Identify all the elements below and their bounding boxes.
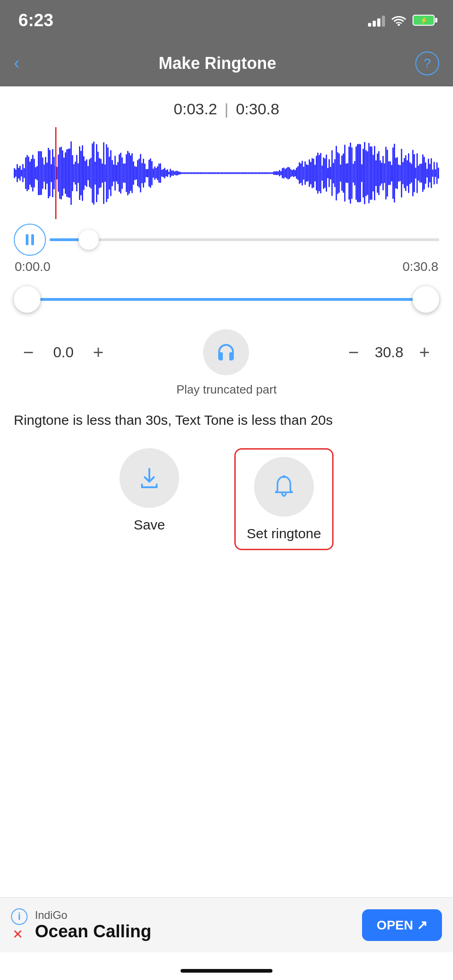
svg-rect-220 bbox=[324, 158, 326, 188]
bell-icon bbox=[270, 473, 298, 501]
svg-rect-101 bbox=[156, 168, 157, 179]
svg-rect-162 bbox=[242, 172, 243, 174]
svg-rect-117 bbox=[178, 172, 180, 175]
svg-rect-271 bbox=[396, 157, 398, 189]
svg-rect-32 bbox=[58, 155, 59, 192]
svg-rect-105 bbox=[161, 169, 163, 176]
help-button[interactable]: ? bbox=[415, 51, 439, 75]
set-ringtone-button[interactable]: Set ringtone bbox=[234, 448, 334, 550]
status-time: 6:23 bbox=[18, 11, 53, 30]
svg-rect-242 bbox=[356, 146, 357, 200]
svg-rect-251 bbox=[368, 143, 370, 203]
svg-rect-239 bbox=[351, 147, 353, 199]
svg-rect-23 bbox=[45, 157, 46, 189]
ad-open-button[interactable]: OPEN ↗ bbox=[362, 909, 442, 941]
svg-rect-6 bbox=[21, 170, 22, 177]
svg-rect-68 bbox=[109, 157, 110, 190]
save-icon bbox=[136, 464, 163, 492]
play-truncated-button[interactable] bbox=[203, 329, 249, 375]
svg-rect-244 bbox=[358, 144, 360, 203]
svg-rect-209 bbox=[309, 159, 310, 187]
svg-rect-38 bbox=[66, 149, 68, 197]
range-thumb-right[interactable] bbox=[413, 286, 439, 313]
svg-rect-67 bbox=[108, 147, 109, 199]
svg-rect-166 bbox=[248, 172, 249, 174]
svg-rect-247 bbox=[362, 149, 364, 198]
svg-rect-151 bbox=[226, 172, 228, 174]
left-minus-button[interactable]: − bbox=[18, 343, 39, 361]
svg-rect-115 bbox=[176, 171, 177, 176]
svg-rect-82 bbox=[129, 152, 130, 193]
svg-rect-83 bbox=[130, 155, 131, 191]
right-minus-button[interactable]: − bbox=[344, 343, 364, 361]
svg-rect-199 bbox=[294, 170, 296, 176]
svg-rect-5 bbox=[19, 166, 21, 181]
range-slider[interactable] bbox=[14, 283, 439, 315]
svg-rect-215 bbox=[317, 152, 319, 193]
range-thumb-left[interactable] bbox=[14, 286, 40, 313]
svg-rect-174 bbox=[259, 172, 260, 174]
current-time: 0:03.2 bbox=[174, 100, 217, 118]
pause-button[interactable] bbox=[14, 224, 46, 256]
svg-rect-13 bbox=[31, 159, 32, 187]
svg-rect-59 bbox=[96, 144, 97, 203]
svg-rect-204 bbox=[302, 161, 303, 186]
svg-rect-126 bbox=[191, 172, 193, 174]
time-labels: 0:00.0 0:30.8 bbox=[14, 259, 439, 274]
svg-rect-211 bbox=[311, 158, 313, 188]
svg-rect-224 bbox=[330, 167, 331, 180]
svg-rect-257 bbox=[377, 153, 378, 192]
svg-rect-88 bbox=[137, 160, 139, 186]
svg-rect-77 bbox=[122, 158, 123, 189]
home-indicator bbox=[181, 969, 272, 973]
ad-close-button[interactable]: ✕ bbox=[12, 927, 23, 942]
svg-rect-128 bbox=[194, 172, 195, 174]
svg-rect-168 bbox=[251, 172, 252, 174]
info-text: Ringtone is less than 30s, Text Tone is … bbox=[14, 411, 439, 430]
svg-rect-185 bbox=[275, 171, 276, 175]
right-plus-button[interactable]: + bbox=[414, 343, 435, 361]
svg-rect-100 bbox=[154, 167, 156, 180]
svg-rect-200 bbox=[296, 168, 297, 179]
svg-rect-140 bbox=[211, 172, 212, 174]
svg-rect-146 bbox=[220, 172, 221, 174]
svg-rect-109 bbox=[167, 169, 168, 177]
svg-rect-270 bbox=[395, 158, 396, 189]
svg-rect-145 bbox=[218, 172, 220, 174]
svg-rect-134 bbox=[203, 172, 204, 174]
svg-rect-118 bbox=[180, 172, 181, 175]
save-button[interactable]: Save bbox=[119, 448, 179, 550]
svg-rect-139 bbox=[210, 172, 211, 174]
svg-rect-135 bbox=[204, 172, 205, 174]
svg-rect-86 bbox=[134, 166, 136, 180]
left-plus-button[interactable]: + bbox=[88, 343, 108, 361]
progress-track[interactable] bbox=[50, 238, 439, 241]
svg-rect-92 bbox=[143, 159, 144, 188]
svg-rect-208 bbox=[307, 165, 309, 181]
progress-thumb[interactable] bbox=[79, 230, 99, 250]
svg-rect-19 bbox=[40, 151, 41, 195]
wifi-icon bbox=[391, 15, 406, 26]
svg-rect-60 bbox=[97, 152, 99, 195]
svg-rect-165 bbox=[246, 172, 248, 174]
svg-rect-226 bbox=[333, 163, 334, 184]
svg-rect-42 bbox=[72, 155, 74, 191]
svg-rect-53 bbox=[88, 166, 89, 180]
svg-rect-201 bbox=[297, 166, 299, 180]
svg-rect-108 bbox=[165, 170, 167, 176]
svg-rect-4 bbox=[18, 168, 19, 179]
svg-rect-229 bbox=[337, 152, 339, 194]
svg-rect-76 bbox=[120, 152, 122, 193]
svg-rect-96 bbox=[148, 160, 150, 187]
svg-rect-156 bbox=[233, 172, 235, 174]
waveform-container[interactable] bbox=[14, 127, 439, 219]
back-button[interactable]: ‹ bbox=[14, 53, 20, 73]
svg-rect-26 bbox=[49, 150, 51, 197]
svg-rect-111 bbox=[170, 169, 171, 178]
svg-rect-9 bbox=[25, 158, 27, 189]
svg-rect-131 bbox=[198, 172, 199, 174]
svg-rect-17 bbox=[36, 166, 38, 180]
status-bar: 6:23 ⚡ bbox=[0, 0, 453, 40]
svg-rect-137 bbox=[207, 172, 208, 174]
svg-rect-218 bbox=[322, 166, 323, 181]
